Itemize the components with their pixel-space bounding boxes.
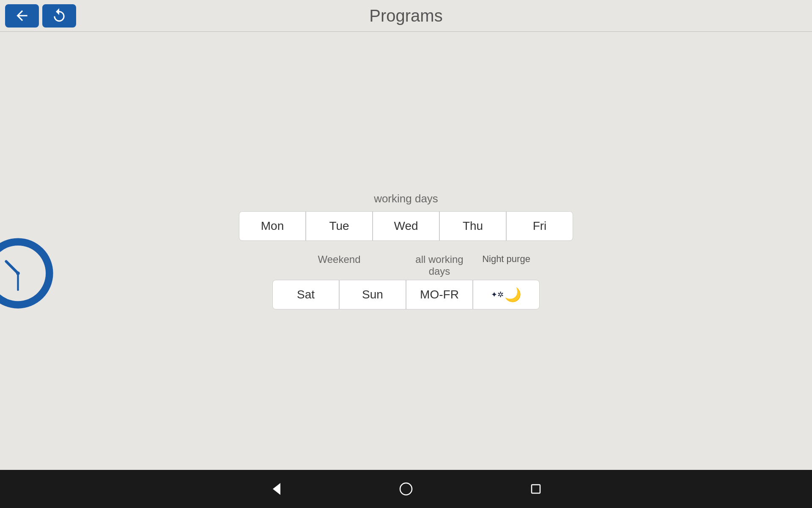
weekend-row: Sat Sun MO-FR ✦✲ 🌙	[272, 280, 540, 309]
day-button-thu[interactable]: Thu	[439, 211, 506, 241]
day-button-wed[interactable]: Wed	[373, 211, 439, 241]
clock-icon	[0, 236, 55, 310]
weekend-label: Weekend	[272, 254, 406, 277]
all-working-days-label: all working days	[406, 254, 473, 277]
day-button-mon[interactable]: Mon	[239, 211, 306, 241]
night-purge-label: Night purge	[473, 254, 540, 277]
day-button-mo-fr[interactable]: MO-FR	[406, 280, 473, 309]
svg-rect-8	[532, 485, 540, 493]
day-button-fri[interactable]: Fri	[506, 211, 573, 241]
night-purge-button[interactable]: ✦✲ 🌙	[473, 280, 540, 309]
programs-container: working days Mon Tue Wed Thu Fri Weekend…	[239, 192, 573, 309]
night-purge-stars: ✦✲	[491, 290, 504, 299]
page-title: Programs	[369, 6, 442, 25]
day-button-sun[interactable]: Sun	[339, 280, 406, 309]
nav-back-button[interactable]	[263, 476, 289, 502]
nav-home-button[interactable]	[393, 476, 419, 502]
working-days-label: working days	[374, 192, 438, 205]
main-content: working days Mon Tue Wed Thu Fri Weekend…	[0, 32, 812, 470]
second-row-wrapper: Weekend all working days Night purge Sat…	[272, 254, 540, 309]
bottom-nav-bar	[0, 470, 812, 508]
nav-recent-button[interactable]	[523, 476, 549, 502]
svg-point-5	[16, 271, 20, 275]
night-purge-moon-icon: 🌙	[505, 287, 521, 303]
day-button-sat[interactable]: Sat	[272, 280, 339, 309]
weekdays-row: Mon Tue Wed Thu Fri	[239, 211, 573, 241]
svg-point-7	[400, 483, 412, 495]
header: Programs	[0, 0, 812, 32]
back-button[interactable]	[5, 4, 39, 28]
header-buttons	[0, 4, 76, 28]
day-button-tue[interactable]: Tue	[306, 211, 373, 241]
labels-row: Weekend all working days Night purge	[272, 254, 540, 277]
svg-marker-6	[273, 483, 280, 495]
refresh-button[interactable]	[42, 4, 76, 28]
